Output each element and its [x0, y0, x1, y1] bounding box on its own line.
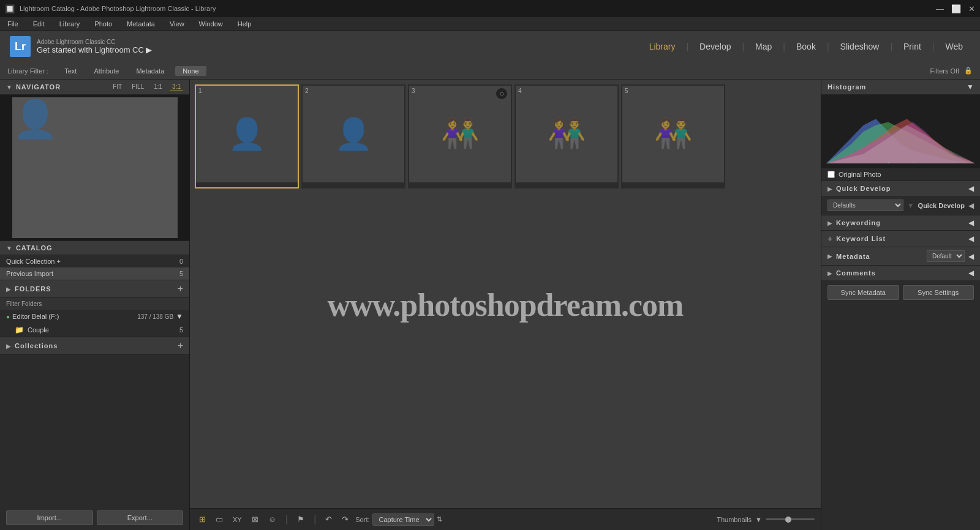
folders-header[interactable]: ▶ FOLDERS + — [0, 280, 189, 298]
quick-develop-header[interactable]: ▶ Quick Develop ◀ — [821, 181, 980, 196]
cell-image-2: 👤 — [303, 86, 404, 182]
rotate-left-btn[interactable]: ↶ — [322, 513, 335, 526]
meta-right: Default ◀ — [927, 250, 974, 262]
collections-collapse-icon[interactable]: ▶ — [6, 343, 11, 349]
export-button[interactable]: Export... — [97, 510, 184, 525]
menu-photo[interactable]: Photo — [92, 19, 115, 29]
kw-collapse-icon[interactable]: ▶ — [827, 220, 832, 226]
filter-metadata-btn[interactable]: Metadata — [130, 66, 170, 76]
catalog-header[interactable]: ▼ CATALOG — [0, 241, 189, 255]
meta-collapse-icon[interactable]: ▶ — [827, 253, 832, 259]
comments-collapse-icon[interactable]: ▶ — [827, 270, 832, 277]
metadata-header[interactable]: ▶ Metadata Default ◀ — [821, 247, 980, 265]
nav-library[interactable]: Library — [642, 38, 683, 55]
keyword-list-header[interactable]: + Keyword List ◀ — [821, 231, 980, 247]
sync-settings-button[interactable]: Sync Settings — [903, 285, 974, 300]
toolbar-right: Thumbnails ▼ — [717, 516, 815, 523]
qd-expand-icon[interactable]: ◀ — [968, 201, 974, 210]
menu-view[interactable]: View — [167, 19, 187, 29]
app-icon: 🔲 — [5, 4, 15, 13]
compare-view-btn[interactable]: XY — [230, 514, 245, 525]
quick-collection-item[interactable]: Quick Collection + 0 — [0, 255, 189, 267]
original-photo-checkbox[interactable] — [827, 171, 835, 178]
menu-window[interactable]: Window — [197, 19, 225, 29]
drive-expand-icon[interactable]: ▼ — [176, 312, 183, 321]
catalog-collapse-icon[interactable]: ▼ — [6, 245, 12, 252]
previous-import-item[interactable]: Previous Import 5 — [0, 267, 189, 280]
kwl-title: Keyword List — [836, 235, 886, 242]
window-controls: — ⬜ ✕ — [936, 4, 975, 13]
rotate-right-btn[interactable]: ↷ — [339, 513, 352, 526]
navigator-image: 👤 — [12, 97, 178, 238]
photo-cell-1[interactable]: 1 👤 — [195, 84, 299, 188]
qd-preset-select[interactable]: Defaults — [827, 200, 903, 211]
maximize-button[interactable]: ⬜ — [951, 4, 961, 13]
cell-image-4: 👫 — [516, 86, 617, 182]
sort-area: Sort: Capture Time File Name Rating ⇅ — [355, 513, 442, 526]
sync-metadata-button[interactable]: Sync Metadata — [827, 285, 899, 300]
sort-select[interactable]: Capture Time File Name Rating — [372, 513, 434, 526]
folders-collapse-icon[interactable]: ▶ — [6, 286, 11, 293]
histogram-header[interactable]: Histogram ▼ — [821, 80, 980, 95]
nav-book[interactable]: Book — [789, 38, 823, 55]
menu-library[interactable]: Library — [57, 19, 83, 29]
histogram-canvas: ▲ ▲ — [821, 95, 980, 168]
flag-btn[interactable]: ⚑ — [294, 513, 307, 526]
photo-cell-4[interactable]: 4 👫 — [514, 84, 619, 188]
filter-none-btn[interactable]: None — [175, 66, 206, 76]
menu-metadata[interactable]: Metadata — [124, 19, 157, 29]
thumbnails-expand-icon[interactable]: ▼ — [755, 516, 762, 523]
nav-web[interactable]: Web — [938, 38, 970, 55]
menu-file[interactable]: File — [5, 19, 21, 29]
filter-text-btn[interactable]: Text — [58, 66, 83, 76]
nav-3to1-btn[interactable]: 3:1 — [170, 83, 183, 91]
metadata-section: ▶ Metadata Default ◀ — [821, 247, 980, 265]
navigator-collapse-icon[interactable]: ▼ — [6, 84, 12, 91]
thumbnail-slider-track[interactable] — [766, 518, 815, 520]
couple-folder-item[interactable]: 📁 Couple 5 — [0, 323, 189, 337]
lr-subtitle[interactable]: Get started with Lightroom CC ▶ — [37, 45, 152, 54]
window-title: Lightroom Catalog - Adobe Photoshop Ligh… — [20, 5, 936, 12]
menu-edit[interactable]: Edit — [31, 19, 47, 29]
hist-high: ▲ — [970, 166, 975, 168]
photo-cell-5[interactable]: 5 👫 — [621, 84, 725, 188]
import-button[interactable]: Import... — [6, 510, 93, 525]
nav-fit-btn[interactable]: FIT — [110, 83, 124, 91]
people-view-btn[interactable]: ☺ — [265, 513, 279, 526]
cell-num-4: 4 — [518, 88, 522, 94]
close-button[interactable]: ✕ — [968, 4, 975, 13]
photo-cell-2[interactable]: 2 👤 — [301, 84, 405, 188]
collections-add-icon[interactable]: + — [178, 340, 183, 351]
minimize-button[interactable]: — — [936, 4, 944, 13]
previous-import-label: Previous Import — [6, 270, 179, 277]
photo-cell-3[interactable]: 3 👫 ○ — [408, 84, 512, 188]
menu-help[interactable]: Help — [235, 19, 254, 29]
nav-1to1-btn[interactable]: 1:1 — [151, 83, 165, 91]
keywording-header[interactable]: ▶ Keywording ◀ — [821, 215, 980, 230]
thumbnail-slider-thumb[interactable] — [785, 517, 791, 523]
grid-view-btn[interactable]: ⊞ — [196, 513, 209, 526]
loupe-view-btn[interactable]: ▭ — [213, 513, 226, 526]
filter-attribute-btn[interactable]: Attribute — [88, 66, 125, 76]
nav-slideshow[interactable]: Slideshow — [833, 38, 887, 55]
filter-lock-icon[interactable]: 🔒 — [964, 67, 973, 75]
nav-fill-btn[interactable]: FILL — [129, 83, 146, 91]
cell-num-2: 2 — [305, 88, 309, 94]
kwl-add-icon[interactable]: + — [827, 234, 832, 244]
nav-map[interactable]: Map — [748, 38, 779, 55]
nav-print[interactable]: Print — [896, 38, 929, 55]
meta-default-select[interactable]: Default — [927, 250, 965, 262]
sort-label: Sort: — [355, 516, 369, 523]
survey-view-btn[interactable]: ⊠ — [249, 513, 262, 526]
comments-header[interactable]: ▶ Comments ◀ — [821, 266, 980, 280]
nav-develop[interactable]: Develop — [692, 38, 738, 55]
original-photo-label: Original Photo — [839, 171, 881, 178]
drive-item[interactable]: ● Editor Belal (F:) 137 / 138 GB ▼ — [0, 310, 189, 323]
collections-header[interactable]: ▶ Collections + — [0, 337, 189, 355]
grid-toolbar: ⊞ ▭ XY ⊠ ☺ | ⚑ | ↶ ↷ Sort: Capture Time … — [190, 508, 821, 530]
folders-add-icon[interactable]: + — [178, 283, 183, 294]
sort-direction-icon[interactable]: ⇅ — [437, 515, 442, 523]
histogram-expand-icon[interactable]: ▼ — [967, 83, 974, 91]
navigator-header[interactable]: ▼ NAVIGATOR FIT FILL 1:1 3:1 — [0, 80, 189, 95]
qd-collapse-icon[interactable]: ▶ — [827, 185, 832, 192]
